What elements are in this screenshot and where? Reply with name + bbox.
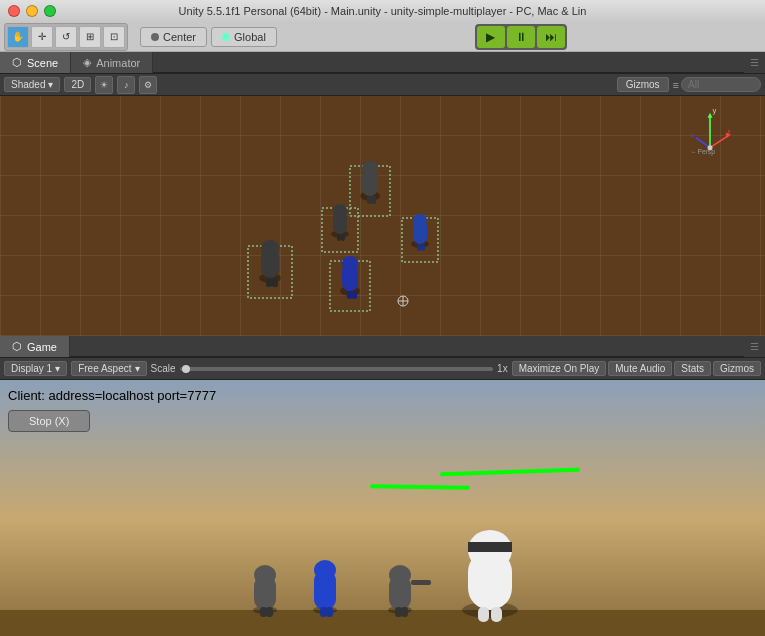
svg-rect-53	[326, 607, 333, 617]
scale-control: Scale 1x	[151, 363, 508, 374]
center-icon	[151, 33, 159, 41]
svg-point-51	[314, 560, 336, 580]
scene-search-input[interactable]	[681, 77, 761, 92]
stop-button[interactable]: Stop (X)	[8, 410, 90, 432]
svg-rect-58	[395, 607, 402, 617]
game-viewport: Client: address=localhost port=7777 Stop…	[0, 380, 765, 636]
lighting-toggle[interactable]: ☀	[95, 76, 113, 94]
game-gizmos-button[interactable]: Gizmos	[713, 361, 761, 376]
close-button[interactable]	[8, 5, 20, 17]
game-right-buttons: Maximize On Play Mute Audio Stats Gizmos	[512, 361, 761, 376]
svg-point-56	[389, 565, 411, 585]
svg-point-46	[254, 565, 276, 585]
title-bar: Unity 5.5.1f1 Personal (64bit) - Main.un…	[0, 0, 765, 22]
global-button[interactable]: Global	[211, 27, 277, 47]
game-characters	[0, 440, 765, 636]
hand-tool[interactable]: ✋	[7, 26, 29, 48]
effects-toggle[interactable]: ⚙	[139, 76, 157, 94]
svg-rect-57	[411, 580, 431, 585]
pause-button[interactable]: ⏸	[507, 26, 535, 48]
svg-point-31	[261, 240, 279, 256]
svg-rect-48	[266, 607, 273, 617]
transform-tools: ✋ ✛ ↺ ⊞ ⊡	[4, 23, 128, 51]
svg-rect-64	[478, 607, 489, 622]
maximize-button[interactable]	[44, 5, 56, 17]
svg-rect-39	[352, 291, 357, 299]
game-tabs: ⬡ Game ☰	[0, 336, 765, 358]
animator-tab[interactable]: ◈ Animator	[71, 52, 153, 73]
svg-point-13	[362, 161, 378, 175]
svg-rect-65	[491, 607, 502, 622]
minimize-button[interactable]	[26, 5, 38, 17]
scene-viewport[interactable]: y x z ←Persp	[0, 96, 765, 336]
rect-tool[interactable]: ⊡	[103, 26, 125, 48]
svg-rect-21	[341, 234, 345, 241]
svg-point-37	[342, 256, 358, 270]
scene-characters	[0, 96, 765, 336]
panel-menu[interactable]: ☰	[744, 52, 765, 73]
aspect-dropdown[interactable]: Free Aspect ▾	[71, 361, 146, 376]
play-controls: ▶ ⏸ ⏭	[475, 24, 567, 50]
center-button[interactable]: Center	[140, 27, 207, 47]
global-icon	[222, 33, 230, 41]
aspect-chevron-icon: ▾	[135, 363, 140, 374]
rotate-tool[interactable]: ↺	[55, 26, 77, 48]
view-2d-button[interactable]: 2D	[64, 77, 91, 92]
play-button[interactable]: ▶	[477, 26, 505, 48]
svg-rect-27	[421, 244, 425, 251]
step-button[interactable]: ⏭	[537, 26, 565, 48]
scene-search: ≡	[673, 77, 761, 92]
scene-toolbar: Shaded ▾ 2D ☀ ♪ ⚙ Gizmos ≡	[0, 74, 765, 96]
shading-dropdown[interactable]: Shaded ▾	[4, 77, 60, 92]
svg-rect-59	[401, 607, 408, 617]
display-dropdown[interactable]: Display 1 ▾	[4, 361, 67, 376]
game-tab[interactable]: ⬡ Game	[0, 336, 70, 357]
svg-rect-33	[272, 278, 278, 287]
svg-rect-15	[371, 196, 376, 204]
window-controls[interactable]	[8, 5, 56, 17]
main-toolbar: ✋ ✛ ↺ ⊞ ⊡ Center Global ▶ ⏸ ⏭	[0, 22, 765, 52]
svg-rect-63	[468, 542, 512, 552]
svg-rect-43	[0, 610, 765, 636]
display-chevron-icon: ▾	[55, 363, 60, 374]
game-tab-icon: ⬡	[12, 340, 22, 353]
chevron-down-icon: ▾	[48, 79, 53, 90]
audio-toggle[interactable]: ♪	[117, 76, 135, 94]
gizmos-button[interactable]: Gizmos	[617, 77, 669, 92]
client-address-text: Client: address=localhost port=7777	[8, 388, 216, 403]
svg-rect-20	[337, 234, 341, 241]
animator-tab-icon: ◈	[83, 56, 91, 69]
maximize-on-play-button[interactable]: Maximize On Play	[512, 361, 607, 376]
svg-point-19	[333, 204, 347, 216]
stats-button[interactable]: Stats	[674, 361, 711, 376]
svg-rect-32	[266, 278, 272, 287]
mute-audio-button[interactable]: Mute Audio	[608, 361, 672, 376]
svg-rect-52	[320, 607, 327, 617]
window-title: Unity 5.5.1f1 Personal (64bit) - Main.un…	[179, 5, 587, 17]
search-icon: ≡	[673, 79, 679, 91]
svg-point-25	[413, 214, 427, 226]
scene-tab[interactable]: ⬡ Scene	[0, 52, 71, 73]
scale-slider[interactable]	[180, 367, 494, 371]
game-toolbar: Display 1 ▾ Free Aspect ▾ Scale 1x Maxim…	[0, 358, 765, 380]
svg-rect-47	[260, 607, 267, 617]
game-panel-menu[interactable]: ☰	[744, 336, 765, 357]
svg-rect-26	[417, 244, 421, 251]
pivot-controls: Center Global	[140, 27, 277, 47]
scale-thumb	[182, 365, 190, 373]
svg-rect-38	[347, 291, 352, 299]
scene-tab-icon: ⬡	[12, 56, 22, 69]
scale-tool[interactable]: ⊞	[79, 26, 101, 48]
move-tool[interactable]: ✛	[31, 26, 53, 48]
editor-tabs: ⬡ Scene ◈ Animator ☰	[0, 52, 765, 74]
